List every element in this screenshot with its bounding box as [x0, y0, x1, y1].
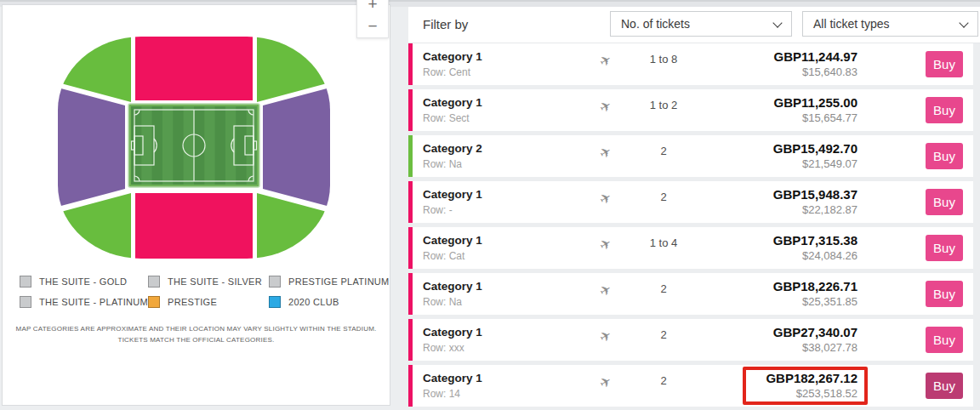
listing-price-gbp: GBP27,340.07	[773, 324, 858, 340]
listing-category: Category 1	[423, 326, 482, 339]
legend-label: PRESTIGE PLATINUM	[288, 276, 390, 287]
category-color-bar	[408, 273, 413, 315]
stadium-map-panel: THE SUITE - GOLD THE SUITE - SILVER PRES…	[2, 4, 390, 406]
tickets-count-select[interactable]: No. of tickets	[610, 11, 792, 37]
legend-item: 2020 CLUB	[269, 296, 339, 308]
listing-quantity: 2	[634, 374, 693, 387]
category-color-bar	[408, 43, 413, 85]
buy-button[interactable]: Buy	[926, 327, 963, 353]
airplane-icon: ✈	[596, 281, 614, 300]
ticket-listing-row[interactable]: Category 1 Row: xxx ✈ 2 GBP27,340.07 $38…	[408, 319, 973, 361]
listing-row-label: Row: Na	[423, 158, 462, 170]
legend-label: THE SUITE - SILVER	[168, 276, 262, 287]
ticket-listing-row[interactable]: Category 1 Row: Sect ✈ 1 to 2 GBP11,255.…	[408, 89, 973, 131]
listing-quantity: 1 to 2	[634, 99, 693, 111]
buy-button[interactable]: Buy	[926, 189, 963, 215]
buy-button[interactable]: Buy	[926, 97, 963, 123]
listing-category: Category 1	[423, 188, 482, 201]
airplane-icon: ✈	[596, 97, 614, 117]
airplane-icon: ✈	[596, 189, 614, 208]
airplane-icon: ✈	[596, 327, 614, 346]
buy-button[interactable]: Buy	[926, 281, 963, 307]
airplane-icon: ✈	[596, 235, 614, 254]
listing-category: Category 1	[423, 372, 482, 384]
listing-price-usd: $21,549.07	[773, 157, 858, 171]
category-color-bar	[408, 227, 413, 269]
zoom-out-button[interactable]: −	[357, 15, 388, 37]
ticket-listing-row[interactable]: Category 1 Row: - ✈ 2 GBP15,948.37 $22,1…	[408, 181, 973, 223]
listing-category: Category 1	[423, 96, 482, 109]
listing-price-usd: $24,084.26	[773, 248, 858, 263]
listing-price-usd: $38,027.78	[773, 340, 858, 355]
listing-price-usd: $25,351.85	[773, 294, 858, 309]
stand-bottom-pink	[135, 193, 253, 259]
listing-quantity: 1 to 8	[634, 53, 693, 65]
ticket-listing-row[interactable]: Category 2 Row: Na ✈ 2 GBP15,492.70 $21,…	[408, 135, 973, 177]
legend-item: PRESTIGE	[148, 296, 217, 308]
listing-price: GBP11,255.00 $15,654.77	[774, 94, 858, 125]
legend-swatch	[20, 276, 31, 288]
buy-button[interactable]: Buy	[926, 143, 963, 169]
legend-label: PRESTIGE	[168, 297, 217, 307]
ticket-listing-row[interactable]: Category 1 Row: 14 ✈ 2 GBP182,267.12 $25…	[408, 365, 973, 407]
football-pitch	[128, 104, 259, 187]
disclaimer-line-2: TICKETS MATCH THE OFFICIAL CATEGORIES.	[3, 334, 390, 345]
listing-row-label: Row: Na	[423, 296, 462, 308]
listing-price-gbp: GBP182,267.12	[766, 370, 858, 386]
listing-price-gbp: GBP18,226.71	[773, 278, 858, 294]
listing-price: GBP182,267.12 $253,518.52	[766, 370, 858, 401]
legend-label: 2020 CLUB	[288, 297, 339, 307]
chevron-down-icon	[959, 18, 968, 27]
ticket-type-select[interactable]: All ticket types	[802, 11, 978, 37]
legend-swatch	[148, 276, 160, 288]
ticket-marketplace-page: THE SUITE - GOLD THE SUITE - SILVER PRES…	[0, 0, 980, 410]
legend-item: THE SUITE - PLATINUM	[20, 296, 148, 308]
stadium-map[interactable]	[58, 37, 330, 259]
listing-row-label: Row: Cat	[423, 250, 464, 262]
listing-quantity: 1 to 4	[634, 236, 693, 249]
airplane-icon: ✈	[596, 143, 614, 162]
listing-price-usd: $22,182.87	[773, 202, 858, 217]
buy-button[interactable]: Buy	[926, 235, 963, 261]
disclaimer-line-1: MAP CATEGORIES ARE APPROXIMATE AND THEIR…	[3, 323, 390, 334]
zoom-in-button[interactable]: +	[357, 0, 388, 15]
listing-row-label: Row: Sect	[423, 112, 470, 124]
buy-button[interactable]: Buy	[926, 373, 963, 399]
category-color-bar	[408, 181, 413, 223]
ticket-listing-row[interactable]: Category 1 Row: Cat ✈ 1 to 4 GBP17,315.3…	[408, 227, 973, 269]
listing-price: GBP17,315.38 $24,084.26	[773, 232, 858, 263]
listing-price: GBP15,492.70 $21,549.07	[773, 140, 858, 171]
chevron-down-icon	[772, 18, 782, 27]
listing-price-gbp: GBP15,492.70	[773, 140, 858, 157]
stand-top-pink	[135, 37, 253, 100]
listing-category: Category 1	[423, 280, 482, 293]
ticket-listing-row[interactable]: Category 1 Row: Na ✈ 2 GBP18,226.71 $25,…	[408, 273, 973, 315]
legend-label: THE SUITE - PLATINUM	[39, 297, 148, 307]
legend-swatch	[148, 296, 160, 308]
listing-price-usd: $15,640.83	[774, 65, 858, 79]
filter-bar: Filter by No. of tickets All ticket type…	[408, 7, 980, 43]
legend-swatch	[269, 276, 281, 288]
listing-row-label: Row: xxx	[423, 342, 464, 354]
listing-quantity: 2	[634, 282, 693, 295]
listing-price: GBP15,948.37 $22,182.87	[773, 186, 858, 217]
airplane-icon: ✈	[596, 373, 614, 392]
listing-category: Category 1	[423, 234, 482, 247]
category-color-bar	[408, 89, 413, 131]
listing-price: GBP11,244.97 $15,640.83	[774, 48, 858, 79]
listing-category: Category 1	[423, 50, 482, 63]
listing-price-usd: $253,518.52	[766, 386, 858, 401]
listing-price: GBP18,226.71 $25,351.85	[773, 278, 858, 309]
listing-row-label: Row: 14	[423, 388, 460, 400]
buy-button[interactable]: Buy	[926, 51, 963, 77]
listing-price-gbp: GBP11,255.00	[774, 94, 858, 111]
map-disclaimer: MAP CATEGORIES ARE APPROXIMATE AND THEIR…	[3, 323, 390, 345]
ticket-listing-row[interactable]: Category 1 Row: Cent ✈ 1 to 8 GBP11,244.…	[408, 43, 973, 85]
listing-price-gbp: GBP15,948.37	[773, 186, 858, 202]
listing-price-gbp: GBP11,244.97	[774, 48, 858, 65]
legend-swatch	[20, 296, 31, 308]
legend-label: THE SUITE - GOLD	[39, 276, 127, 287]
legend-item: PRESTIGE PLATINUM	[269, 276, 390, 288]
listing-price: GBP27,340.07 $38,027.78	[773, 324, 858, 355]
category-color-bar	[408, 319, 413, 361]
